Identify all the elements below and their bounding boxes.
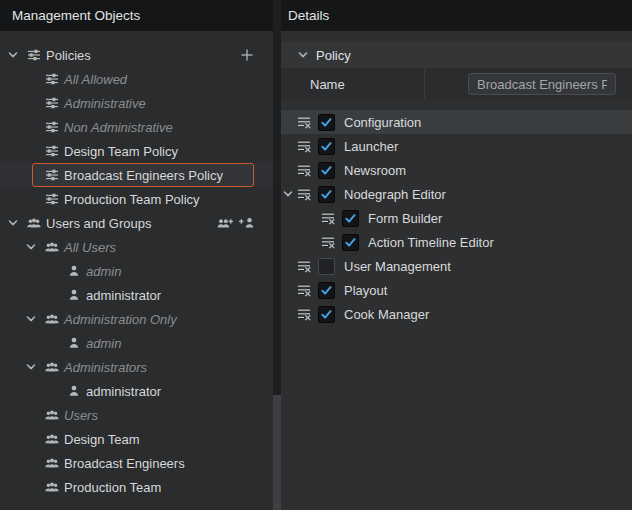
chevron-down-icon[interactable]: [7, 49, 19, 61]
add-policy-button[interactable]: [239, 47, 255, 63]
rule-icon: [296, 162, 313, 179]
permission-configuration[interactable]: Configuration: [281, 110, 632, 134]
tree-item-label: Users and Groups: [46, 216, 152, 231]
tree-item-label: Administration Only: [64, 312, 177, 327]
tree-item-label: Non Administrative: [64, 120, 173, 135]
tree-item-broadcast-engineers-policy[interactable]: Broadcast Engineers Policy: [0, 163, 273, 187]
management-objects-title: Management Objects: [12, 8, 140, 23]
chevron-down-icon[interactable]: [282, 188, 294, 200]
checkbox-unchecked[interactable]: [318, 258, 335, 275]
management-objects-panel: Management Objects Policies All Allowed …: [0, 0, 273, 510]
policy-section-header[interactable]: Policy: [281, 42, 632, 68]
policy-icon: [44, 71, 60, 87]
rule-icon: [296, 138, 313, 155]
permission-newsroom[interactable]: Newsroom: [281, 158, 632, 182]
tree-item-policies[interactable]: Policies: [0, 43, 273, 67]
tree-item-users[interactable]: Users: [0, 403, 273, 427]
check-icon: [320, 116, 333, 129]
policy-icon: [44, 119, 60, 135]
policy-icon: [44, 95, 60, 111]
checkbox-checked[interactable]: [318, 282, 335, 299]
tree-item-label: admin: [86, 264, 121, 279]
group-icon: [44, 311, 60, 327]
tree-item-administration-only[interactable]: Administration Only: [0, 307, 273, 331]
details-panel: Details Policy Name Configuration Launch…: [281, 0, 632, 510]
tree-item-administrators[interactable]: Administrators: [0, 355, 273, 379]
tree-item-production-team-policy[interactable]: Production Team Policy: [0, 187, 273, 211]
permission-form-builder[interactable]: Form Builder: [281, 206, 632, 230]
permission-nodegraph-editor[interactable]: Nodegraph Editor: [281, 182, 632, 206]
chevron-down-icon[interactable]: [25, 313, 37, 325]
add-user-button[interactable]: [238, 215, 256, 231]
tree-item-design-team-policy[interactable]: Design Team Policy: [0, 139, 273, 163]
policy-icon: [26, 47, 42, 63]
policy-manager-window: Management Objects Policies All Allowed …: [0, 0, 632, 510]
user-icon: [66, 335, 82, 351]
permission-label: Newsroom: [344, 163, 406, 178]
permission-label: Nodegraph Editor: [344, 187, 446, 202]
permission-cook-manager[interactable]: Cook Manager: [281, 302, 632, 326]
permission-playout[interactable]: Playout: [281, 278, 632, 302]
permission-launcher[interactable]: Launcher: [281, 134, 632, 158]
tree-item-admin[interactable]: admin: [0, 331, 273, 355]
panel-splitter[interactable]: [273, 0, 281, 510]
checkbox-checked[interactable]: [342, 234, 359, 251]
details-title: Details: [288, 8, 329, 23]
checkbox-checked[interactable]: [318, 186, 335, 203]
add-group-button[interactable]: [216, 215, 234, 231]
tree-item-administrator[interactable]: administrator: [0, 283, 273, 307]
tree-item-label: Policies: [46, 48, 91, 63]
permission-label: Launcher: [344, 139, 398, 154]
permission-action-timeline-editor[interactable]: Action Timeline Editor: [281, 230, 632, 254]
tree-item-broadcast-engineers[interactable]: Broadcast Engineers: [0, 451, 273, 475]
chevron-down-icon[interactable]: [7, 217, 19, 229]
tree-item-non-administrative[interactable]: Non Administrative: [0, 115, 273, 139]
tree-item-label: All Allowed: [64, 72, 127, 87]
rule-icon: [320, 210, 337, 227]
tree-item-label: administrator: [86, 288, 161, 303]
management-objects-tree: Policies All Allowed Administrative Non …: [0, 43, 273, 499]
tree-item-all-allowed[interactable]: All Allowed: [0, 67, 273, 91]
policy-icon: [44, 143, 60, 159]
scrollbar-thumb[interactable]: [273, 395, 281, 510]
rule-icon: [296, 114, 313, 131]
tree-item-label: Design Team Policy: [64, 144, 178, 159]
tree-item-administrator[interactable]: administrator: [0, 379, 273, 403]
tree-item-all-users[interactable]: All Users: [0, 235, 273, 259]
checkbox-checked[interactable]: [318, 114, 335, 131]
tree-item-label: administrator: [86, 384, 161, 399]
tree-item-label: Users: [64, 408, 98, 423]
policy-section-label: Policy: [316, 48, 351, 63]
permission-label: Playout: [344, 283, 387, 298]
check-icon: [344, 212, 357, 225]
tree-item-production-team[interactable]: Production Team: [0, 475, 273, 499]
group-icon: [26, 215, 42, 231]
rule-icon: [296, 186, 313, 203]
tree-item-design-team[interactable]: Design Team: [0, 427, 273, 451]
chevron-down-icon[interactable]: [297, 49, 309, 61]
tree-item-label: Administrative: [64, 96, 146, 111]
tree-item-admin[interactable]: admin: [0, 259, 273, 283]
group-icon: [44, 455, 60, 471]
tree-item-label: Administrators: [64, 360, 147, 375]
user-icon: [66, 383, 82, 399]
checkbox-checked[interactable]: [318, 162, 335, 179]
user-icon: [66, 287, 82, 303]
checkbox-checked[interactable]: [318, 306, 335, 323]
permission-label: Action Timeline Editor: [368, 235, 494, 250]
check-icon: [344, 236, 357, 249]
permission-user-management[interactable]: User Management: [281, 254, 632, 278]
tree-item-label: admin: [86, 336, 121, 351]
policy-name-input[interactable]: [468, 73, 616, 95]
tree-item-administrative[interactable]: Administrative: [0, 91, 273, 115]
column-divider: [424, 68, 425, 100]
chevron-down-icon[interactable]: [25, 361, 37, 373]
policy-icon: [44, 167, 60, 183]
checkbox-checked[interactable]: [342, 210, 359, 227]
chevron-down-icon[interactable]: [25, 241, 37, 253]
group-icon: [44, 239, 60, 255]
checkbox-checked[interactable]: [318, 138, 335, 155]
tree-item-users-and-groups[interactable]: Users and Groups: [0, 211, 273, 235]
group-icon: [44, 479, 60, 495]
permission-label: User Management: [344, 259, 451, 274]
